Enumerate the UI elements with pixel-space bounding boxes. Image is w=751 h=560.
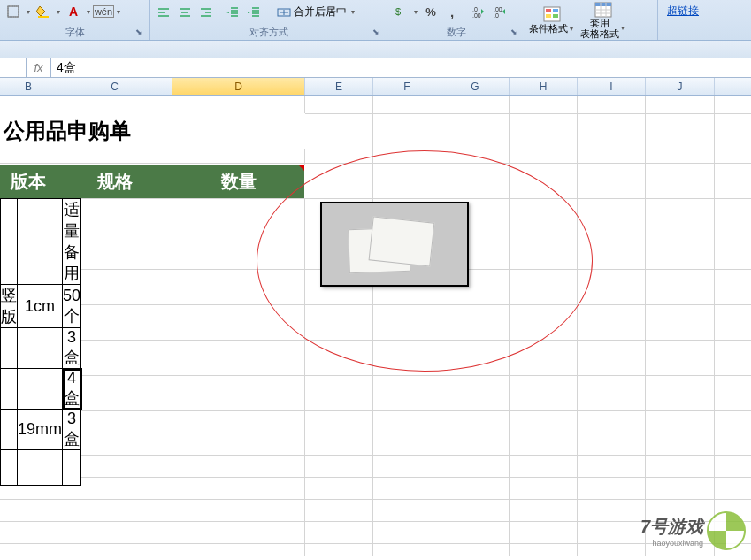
svg-text:.00: .00 bbox=[494, 6, 502, 12]
chevron-down-icon[interactable]: ▾ bbox=[55, 8, 62, 16]
svg-text:.00: .00 bbox=[472, 12, 481, 19]
align-center-button[interactable] bbox=[175, 3, 195, 22]
table-row: 3盒 bbox=[1, 328, 81, 369]
svg-rect-2 bbox=[38, 16, 49, 18]
align-left-button[interactable] bbox=[154, 3, 173, 22]
comment-popup[interactable] bbox=[320, 202, 469, 287]
format-table-label: 套用 表格格式 bbox=[580, 18, 619, 39]
ribbon-group-styles: 条件格式▾ 套用 表格格式▾ bbox=[525, 0, 658, 40]
cell[interactable] bbox=[1, 199, 18, 285]
svg-rect-0 bbox=[8, 6, 19, 17]
dialog-launcher-icon[interactable]: ⬊ bbox=[509, 27, 519, 38]
ribbon-group-number: $ ▾ % , .0.00 .00.0 数字⬊ bbox=[387, 0, 525, 40]
selected-cell[interactable]: 4盒 bbox=[63, 369, 81, 410]
cell[interactable] bbox=[1, 369, 18, 410]
col-header-d[interactable]: D bbox=[172, 78, 305, 95]
ribbon-group-alignment: 合并后居中 ▾ 对齐方式⬊ bbox=[150, 0, 387, 40]
header-qty-label: 数量 bbox=[221, 170, 257, 194]
ribbon-group-font: ▾ ▾ A ▾ wén ▾ 字体⬊ bbox=[0, 0, 150, 40]
cell[interactable] bbox=[18, 369, 63, 410]
col-header-j[interactable]: J bbox=[646, 78, 715, 95]
cell[interactable]: 3盒 bbox=[63, 410, 81, 450]
decrease-indent-button[interactable] bbox=[223, 3, 242, 22]
name-box[interactable] bbox=[0, 58, 27, 77]
dialog-launcher-icon[interactable]: ⬊ bbox=[134, 27, 144, 38]
col-header-g[interactable]: G bbox=[441, 78, 510, 95]
table-row: 19mm 3盒 bbox=[1, 410, 81, 450]
watermark-sub: haoyouxiwang bbox=[640, 539, 703, 548]
format-as-table-button[interactable]: 套用 表格格式▾ bbox=[580, 2, 626, 39]
comma-button[interactable]: , bbox=[442, 2, 462, 21]
font-color-button[interactable]: A bbox=[64, 2, 83, 21]
cell[interactable]: 适量备用 bbox=[63, 199, 81, 285]
watermark: 7号游戏 haoyouxiwang bbox=[640, 511, 746, 550]
svg-rect-15 bbox=[595, 3, 611, 6]
increase-decimal-button[interactable]: .0.00 bbox=[469, 2, 488, 21]
merge-center-label: 合并后居中 bbox=[294, 4, 347, 19]
watermark-text: 7号游戏 bbox=[640, 515, 703, 539]
conditional-format-button[interactable]: 条件格式▾ bbox=[529, 6, 575, 35]
formula-bar: fx bbox=[0, 58, 751, 78]
col-header-h[interactable]: H bbox=[510, 78, 578, 95]
cell[interactable]: 3盒 bbox=[63, 328, 81, 369]
column-headers: B C D E F G H I J bbox=[0, 78, 751, 96]
fx-icon[interactable]: fx bbox=[27, 58, 51, 77]
cell[interactable]: 50个 bbox=[63, 285, 81, 328]
chevron-down-icon[interactable]: ▾ bbox=[412, 8, 419, 16]
col-header-i[interactable]: I bbox=[578, 78, 646, 95]
sheet-title: 公用品申购单 bbox=[0, 113, 305, 149]
spreadsheet-grid[interactable]: 公用品申购单 版本 规格 数量 适量备用 竖版 1cm 50个 bbox=[0, 96, 751, 556]
svg-rect-10 bbox=[546, 9, 551, 12]
align-right-button[interactable] bbox=[196, 3, 216, 22]
cell[interactable] bbox=[18, 199, 63, 285]
header-qty: 数量 bbox=[172, 165, 305, 198]
svg-text:$: $ bbox=[395, 6, 401, 17]
ribbon-group-links: 超链接 bbox=[658, 0, 708, 40]
cell[interactable] bbox=[18, 328, 63, 369]
table-row: 适量备用 bbox=[1, 199, 81, 285]
svg-rect-13 bbox=[553, 14, 558, 18]
table-row: 4盒 bbox=[1, 369, 81, 410]
cell[interactable] bbox=[1, 450, 18, 486]
svg-rect-11 bbox=[553, 9, 558, 12]
dialog-launcher-icon[interactable]: ⬊ bbox=[371, 27, 381, 38]
percent-button[interactable]: % bbox=[421, 2, 441, 21]
header-spec: 规格 bbox=[57, 165, 172, 198]
comment-indicator-icon[interactable] bbox=[298, 165, 304, 171]
cell[interactable] bbox=[18, 450, 63, 486]
hyperlink-button[interactable]: 超链接 bbox=[662, 2, 704, 20]
group-label: 对齐方式 bbox=[249, 27, 288, 37]
cell[interactable] bbox=[1, 328, 18, 369]
cell[interactable]: 19mm bbox=[18, 410, 63, 450]
chevron-down-icon[interactable]: ▾ bbox=[568, 25, 575, 33]
cell[interactable] bbox=[63, 450, 81, 486]
group-label: 数字 bbox=[447, 27, 466, 37]
merge-center-button[interactable]: 合并后居中 ▾ bbox=[272, 2, 361, 22]
cell[interactable]: 1cm bbox=[18, 285, 63, 328]
increase-indent-button[interactable] bbox=[244, 3, 264, 22]
chevron-down-icon[interactable]: ▾ bbox=[115, 8, 122, 16]
ribbon: ▾ ▾ A ▾ wén ▾ 字体⬊ 合并后居中 ▾ 对齐方式⬊ bbox=[0, 0, 751, 41]
chevron-down-icon[interactable]: ▾ bbox=[619, 25, 626, 33]
phonetic-button[interactable]: wén bbox=[94, 2, 113, 21]
cond-format-label: 条件格式 bbox=[529, 22, 568, 35]
formula-input[interactable] bbox=[51, 58, 751, 77]
ribbon-spacer bbox=[0, 41, 751, 58]
data-table: 适量备用 竖版 1cm 50个 3盒 4盒 19mm 3盒 bbox=[0, 198, 81, 486]
col-header-e[interactable]: E bbox=[305, 78, 373, 95]
col-header-f[interactable]: F bbox=[373, 78, 441, 95]
chevron-down-icon[interactable]: ▾ bbox=[25, 8, 32, 16]
chevron-down-icon[interactable]: ▾ bbox=[349, 8, 356, 16]
border-button[interactable] bbox=[4, 2, 23, 21]
currency-button[interactable]: $ bbox=[391, 2, 410, 21]
col-header-c[interactable]: C bbox=[57, 78, 172, 95]
cell[interactable]: 竖版 bbox=[1, 285, 18, 328]
chevron-down-icon[interactable]: ▾ bbox=[85, 8, 92, 16]
svg-text:.0: .0 bbox=[472, 6, 478, 12]
col-header-b[interactable]: B bbox=[0, 78, 57, 95]
table-row: 竖版 1cm 50个 bbox=[1, 285, 81, 328]
fill-color-button[interactable] bbox=[34, 2, 53, 21]
group-label: 字体 bbox=[65, 27, 85, 37]
cell[interactable] bbox=[1, 410, 18, 450]
decrease-decimal-button[interactable]: .00.0 bbox=[490, 2, 510, 21]
